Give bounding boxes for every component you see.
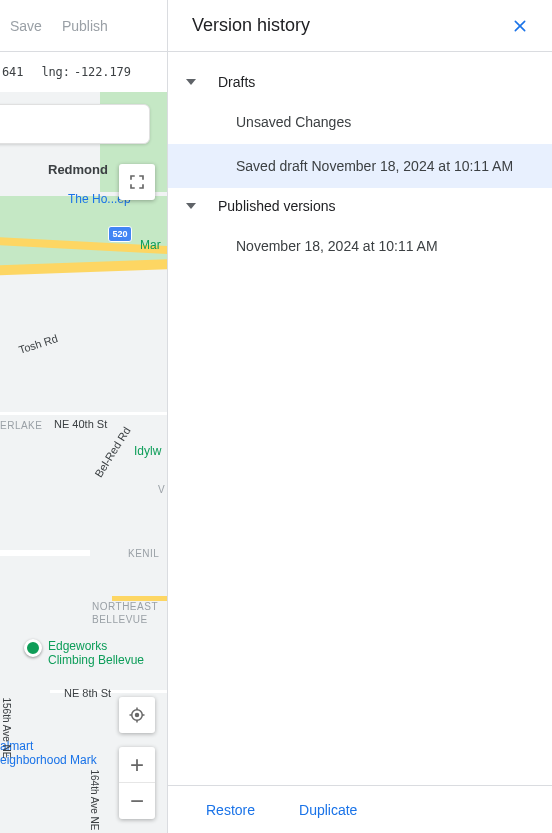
city-label: Redmond [48, 162, 108, 177]
lng-label: lng: [41, 65, 70, 79]
road-label: 164th Ave NE [89, 770, 100, 831]
road [0, 412, 167, 415]
map-canvas[interactable]: Redmond The Ho...ep Mar 520 Tosh Rd ERLA… [0, 92, 167, 833]
chevron-down-icon [186, 203, 196, 209]
map-search-input[interactable] [0, 104, 150, 144]
crosshair-icon [128, 706, 146, 724]
panel-header: Version history [168, 0, 552, 52]
close-icon [512, 18, 528, 34]
fullscreen-icon [128, 173, 146, 191]
map-controls: + − [119, 697, 155, 819]
close-button[interactable] [504, 10, 536, 42]
published-section-toggle[interactable]: Published versions [168, 188, 552, 224]
poi-walmart: eighborhood Mark [0, 753, 97, 767]
zoom-out-button[interactable]: − [119, 783, 155, 819]
poi-marker-icon[interactable] [24, 639, 42, 657]
poi-label: Idylw [134, 444, 161, 458]
drafts-section-toggle[interactable]: Drafts [168, 64, 552, 100]
version-item-published[interactable]: November 18, 2024 at 10:11 AM [168, 224, 552, 268]
version-item-saved-draft[interactable]: Saved draft November 18, 2024 at 10:11 A… [168, 144, 552, 188]
neighborhood-label: V [158, 484, 165, 495]
poi-marymoor: Mar [140, 238, 161, 252]
version-item-unsaved[interactable]: Unsaved Changes [168, 100, 552, 144]
svg-point-1 [136, 714, 139, 717]
locate-button[interactable] [119, 697, 155, 733]
panel-body: Drafts Unsaved Changes Saved draft Novem… [168, 52, 552, 785]
lng-value: -122.179 [74, 65, 131, 79]
save-button: Save [10, 18, 42, 34]
route-shield-520: 520 [108, 226, 132, 242]
lat-value: 641 [2, 65, 23, 79]
panel-footer: Restore Duplicate [168, 785, 552, 833]
road [0, 550, 90, 556]
version-history-panel: Version history Drafts Unsaved Changes S… [167, 0, 552, 833]
fullscreen-button[interactable] [119, 164, 155, 200]
restore-button[interactable]: Restore [206, 802, 255, 818]
publish-button: Publish [62, 18, 108, 34]
road-label: NE 8th St [64, 687, 111, 699]
poi-edgeworks: Climbing Bellevue [48, 653, 144, 667]
duplicate-button[interactable]: Duplicate [299, 802, 357, 818]
zoom-control: + − [119, 747, 155, 819]
section-label: Drafts [218, 74, 255, 90]
neighborhood-label: KENIL [128, 548, 159, 559]
section-label: Published versions [218, 198, 336, 214]
neighborhood-label: ERLAKE [0, 420, 42, 431]
chevron-down-icon [186, 79, 196, 85]
road-label: NE 40th St [54, 418, 107, 430]
road-label: 156th Ave NE [1, 698, 12, 759]
park-area [0, 196, 167, 266]
poi-edgeworks: Edgeworks [48, 639, 107, 653]
panel-title: Version history [192, 15, 504, 36]
neighborhood-label: NORTHEAST BELLEVUE [92, 600, 158, 626]
zoom-in-button[interactable]: + [119, 747, 155, 783]
